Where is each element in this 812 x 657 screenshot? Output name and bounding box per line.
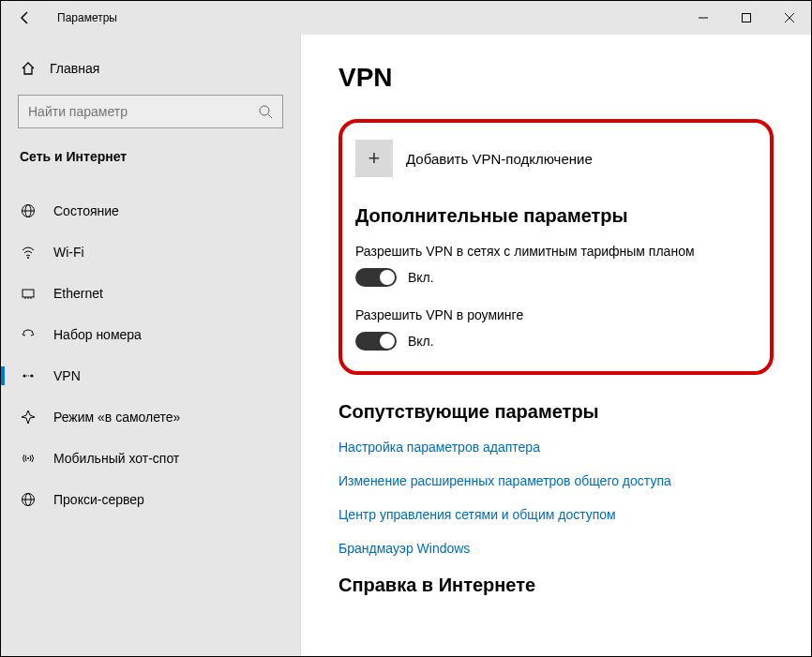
- sidebar-item-airplane[interactable]: Режим «в самолете»: [1, 396, 300, 438]
- sidebar-item-label: Мобильный хот-спот: [53, 451, 179, 466]
- dialup-icon: [20, 327, 37, 342]
- toggle-state: Вкл.: [408, 334, 434, 349]
- svg-rect-1: [743, 14, 751, 22]
- sidebar-item-label: Состояние: [53, 203, 119, 218]
- sidebar-item-label: Wi-Fi: [53, 245, 84, 260]
- sidebar-item-proxy[interactable]: Прокси-сервер: [1, 479, 300, 520]
- link-network-center[interactable]: Центр управления сетями и общим доступом: [338, 507, 774, 522]
- toggle-state: Вкл.: [408, 270, 434, 285]
- setting-label: Разрешить VPN в сетях с лимитным тарифны…: [355, 244, 757, 259]
- main-panel: VPN + Добавить VPN-подключение Дополните…: [301, 35, 811, 656]
- advanced-heading: Дополнительные параметры: [355, 205, 757, 227]
- sidebar-item-vpn[interactable]: VPN: [1, 355, 300, 396]
- sidebar-item-label: VPN: [53, 368, 81, 383]
- svg-point-17: [27, 457, 29, 459]
- svg-point-4: [260, 106, 269, 115]
- svg-point-9: [27, 257, 29, 259]
- svg-rect-10: [23, 290, 34, 297]
- back-button[interactable]: [8, 5, 42, 31]
- related-heading: Сопутствующие параметры: [338, 401, 774, 423]
- globe-icon: [20, 203, 37, 218]
- close-button[interactable]: [768, 1, 811, 35]
- link-sharing-settings[interactable]: Изменение расширенных параметров общего …: [338, 473, 774, 488]
- window-title: Параметры: [57, 11, 117, 24]
- sidebar-item-label: Режим «в самолете»: [53, 410, 180, 425]
- sidebar-item-label: Набор номера: [53, 327, 142, 342]
- sidebar-item-dialup[interactable]: Набор номера: [1, 314, 300, 355]
- titlebar: Параметры: [1, 1, 811, 35]
- page-title: VPN: [338, 63, 774, 93]
- add-vpn-button[interactable]: + Добавить VPN-подключение: [355, 140, 757, 177]
- setting-vpn-roaming: Разрешить VPN в роуминге Вкл.: [355, 307, 757, 351]
- link-firewall[interactable]: Брандмауэр Windows: [338, 541, 774, 556]
- sidebar-item-ethernet[interactable]: Ethernet: [1, 273, 300, 314]
- ethernet-icon: [20, 286, 37, 301]
- svg-line-5: [268, 114, 272, 118]
- sidebar-item-label: Ethernet: [53, 286, 103, 301]
- setting-label: Разрешить VPN в роуминге: [355, 307, 757, 322]
- highlight-annotation: + Добавить VPN-подключение Дополнительны…: [338, 119, 774, 375]
- search-icon: [258, 104, 273, 119]
- toggle-vpn-metered[interactable]: [355, 268, 397, 287]
- plus-icon: +: [355, 140, 393, 177]
- home-icon: [20, 61, 37, 76]
- search-box[interactable]: [18, 95, 283, 128]
- maximize-button[interactable]: [725, 1, 768, 35]
- sidebar-item-hotspot[interactable]: Мобильный хот-спот: [1, 438, 300, 479]
- vpn-icon: [20, 368, 37, 383]
- toggle-vpn-roaming[interactable]: [355, 332, 397, 351]
- home-label: Главная: [50, 61, 99, 76]
- search-input[interactable]: [28, 104, 258, 119]
- minimize-button[interactable]: [682, 1, 725, 35]
- home-nav[interactable]: Главная: [1, 52, 300, 85]
- wifi-icon: [20, 245, 37, 260]
- window-controls: [682, 1, 811, 35]
- sidebar-item-status[interactable]: Состояние: [1, 190, 300, 231]
- hotspot-icon: [20, 451, 37, 466]
- sidebar: Главная Сеть и Интернет Состояние Wi-Fi …: [1, 35, 301, 656]
- sidebar-section-title: Сеть и Интернет: [1, 149, 300, 177]
- sidebar-item-label: Прокси-сервер: [53, 492, 144, 507]
- proxy-icon: [20, 492, 37, 507]
- help-heading: Справка в Интернете: [338, 575, 774, 596]
- setting-vpn-metered: Разрешить VPN в сетях с лимитным тарифны…: [355, 244, 757, 287]
- link-adapter-settings[interactable]: Настройка параметров адаптера: [338, 440, 774, 455]
- add-vpn-label: Добавить VPN-подключение: [406, 151, 593, 167]
- sidebar-item-wifi[interactable]: Wi-Fi: [1, 231, 300, 273]
- airplane-icon: [20, 410, 37, 425]
